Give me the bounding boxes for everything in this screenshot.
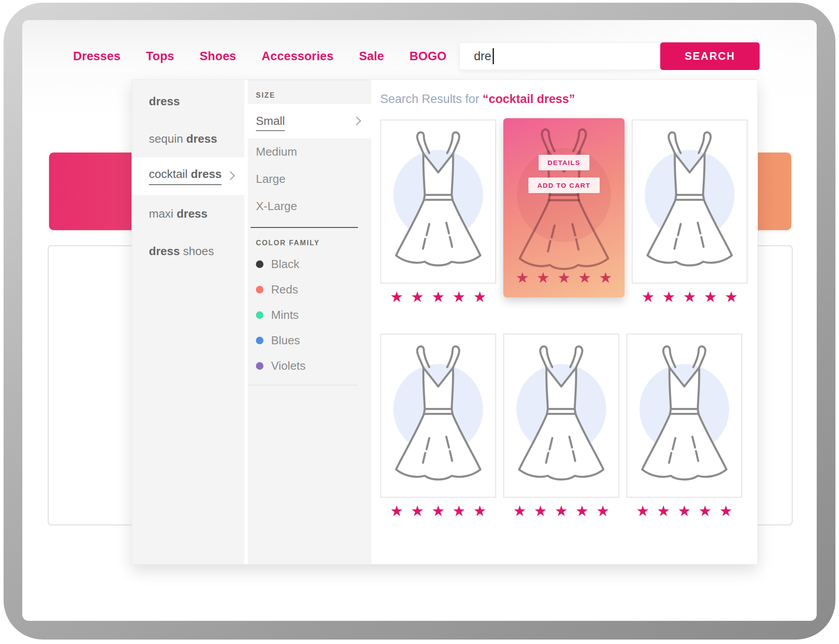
star-icon: ★: [390, 289, 403, 304]
nav-link-accessories[interactable]: Accessories: [262, 50, 333, 63]
text-cursor: [493, 48, 494, 64]
star-icon: ★: [642, 289, 655, 304]
size-option-label: Large: [256, 172, 286, 186]
chevron-right-icon: [226, 171, 235, 180]
star-icon: ★: [678, 504, 691, 518]
dress-illustration: [511, 342, 612, 490]
filter-divider: [251, 227, 358, 228]
product-card-3: ★★★★★: [632, 120, 748, 304]
product-card-6: ★★★★★: [626, 334, 742, 518]
star-icon: ★: [473, 289, 486, 304]
product-card-image-area[interactable]: [380, 334, 496, 498]
color-option-label: Mints: [271, 308, 299, 322]
search-input[interactable]: dre: [459, 42, 660, 70]
star-icon: ★: [516, 270, 529, 285]
product-card-image-area[interactable]: [626, 334, 742, 498]
color-option-label: Violets: [271, 359, 306, 373]
star-icon: ★: [557, 270, 571, 285]
product-card-image-area[interactable]: [632, 120, 748, 284]
star-icon: ★: [704, 289, 717, 304]
color-swatch-icon: [256, 286, 263, 293]
rating-stars: ★★★★★: [503, 504, 619, 518]
results-grid-row-1: ★★★★★ DETAILSADD TO CART★★★★★ ★★★★★: [380, 120, 757, 304]
suggestion-label: sequin dress: [149, 132, 217, 146]
product-card-image-area[interactable]: [380, 120, 496, 284]
nav-link-shoes[interactable]: Shoes: [200, 50, 236, 63]
suggestion-maxi-dress[interactable]: maxi dress: [132, 195, 244, 232]
rating-stars: ★★★★★: [380, 289, 496, 304]
product-card-image-area[interactable]: [503, 334, 619, 498]
star-icon: ★: [662, 289, 676, 304]
filters-panel: SIZE SmallMediumLargeX-Large COLOR FAMIL…: [248, 80, 371, 564]
suggestion-label: maxi dress: [149, 207, 208, 221]
rating-stars: ★★★★★: [626, 504, 742, 518]
color-family-options: BlackRedsMintsBluesViolets: [248, 252, 371, 379]
suggestion-cocktail-dress[interactable]: cocktail dress: [132, 157, 244, 195]
star-icon: ★: [537, 270, 550, 285]
star-icon: ★: [699, 504, 712, 518]
color-option-label: Reds: [271, 283, 298, 297]
size-option-x-large[interactable]: X-Large: [248, 193, 371, 220]
suggestion-label: dress shoes: [149, 244, 214, 258]
star-icon: ★: [513, 504, 526, 518]
star-icon: ★: [578, 270, 592, 285]
color-option-black[interactable]: Black: [248, 252, 371, 277]
star-icon: ★: [719, 504, 732, 518]
size-option-large[interactable]: Large: [248, 165, 371, 193]
color-option-reds[interactable]: Reds: [248, 277, 371, 302]
product-card-image-area[interactable]: DETAILSADD TO CART★★★★★: [503, 118, 625, 297]
results-grid-row-2: ★★★★★ ★★★★★ ★★★★★: [380, 334, 757, 518]
filter-divider-light: [248, 385, 358, 385]
search-button[interactable]: SEARCH: [660, 42, 760, 70]
top-bar: DressesTopsShoesAccessoriesSaleBOGO dre …: [22, 20, 817, 100]
star-icon: ★: [473, 504, 486, 518]
search-dropdown-panel: dresssequin dresscocktail dressmaxi dres…: [132, 79, 758, 565]
nav-link-tops[interactable]: Tops: [146, 50, 174, 63]
color-option-violets[interactable]: Violets: [248, 353, 371, 379]
suggestion-sequin-dress[interactable]: sequin dress: [132, 120, 244, 157]
nav-link-dresses[interactable]: Dresses: [73, 50, 121, 63]
size-option-small[interactable]: Small: [248, 104, 371, 138]
dress-illustration: [388, 128, 489, 276]
star-icon: ★: [432, 504, 445, 518]
rating-stars: ★★★★★: [503, 270, 625, 285]
size-option-medium[interactable]: Medium: [248, 138, 371, 165]
size-options: SmallMediumLargeX-Large: [248, 104, 371, 220]
add-to-cart-button[interactable]: ADD TO CART: [528, 178, 600, 193]
main-navigation: DressesTopsShoesAccessoriesSaleBOGO: [73, 42, 447, 70]
color-swatch-icon: [256, 362, 263, 370]
color-option-mints[interactable]: Mints: [248, 302, 371, 328]
rating-stars: ★★★★★: [632, 289, 748, 304]
size-option-label: Small: [256, 114, 285, 131]
color-option-label: Black: [271, 257, 300, 271]
dress-illustration: [634, 342, 735, 490]
suggestions-list: dresssequin dresscocktail dressmaxi dres…: [132, 80, 244, 564]
star-icon: ★: [596, 504, 609, 518]
search-query-text: dre: [474, 50, 491, 63]
dress-illustration: [388, 342, 489, 490]
star-icon: ★: [432, 289, 445, 304]
details-button[interactable]: DETAILS: [539, 155, 589, 170]
dress-illustration: [639, 128, 740, 276]
star-icon: ★: [452, 504, 466, 518]
star-icon: ★: [534, 504, 547, 518]
nav-link-bogo[interactable]: BOGO: [410, 50, 447, 63]
color-option-label: Blues: [271, 334, 300, 347]
suggestion-dress-shoes[interactable]: dress shoes: [132, 232, 244, 270]
nav-link-sale[interactable]: Sale: [359, 50, 384, 63]
search-bar: dre SEARCH: [459, 42, 760, 70]
product-card-5: ★★★★★: [503, 334, 619, 518]
product-card-4: ★★★★★: [380, 334, 496, 518]
color-option-blues[interactable]: Blues: [248, 328, 371, 353]
product-card-2-featured: DETAILSADD TO CART★★★★★: [503, 118, 625, 297]
device-frame: DressesTopsShoesAccessoriesSaleBOGO dre …: [4, 3, 835, 640]
star-icon: ★: [576, 504, 589, 518]
product-card-1: ★★★★★: [380, 120, 496, 304]
size-option-label: X-Large: [256, 199, 297, 213]
star-icon: ★: [724, 289, 738, 304]
chevron-right-icon: [352, 116, 361, 125]
color-swatch-icon: [256, 311, 263, 319]
star-icon: ★: [683, 289, 696, 304]
color-family-header: COLOR FAMILY: [256, 239, 371, 247]
color-swatch-icon: [256, 337, 263, 344]
